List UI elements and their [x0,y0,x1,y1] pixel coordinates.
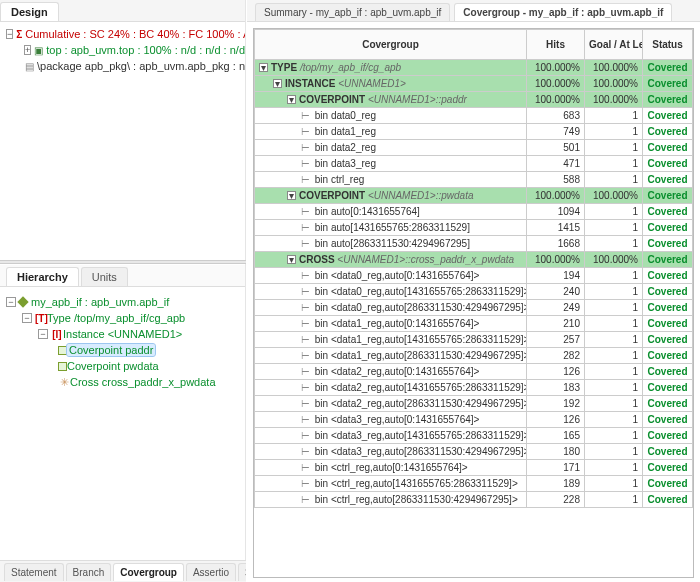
table-row[interactable]: ⊢ bin <data3_reg,auto[2863311530:4294967… [255,444,693,460]
tab-hierarchy[interactable]: Hierarchy [6,267,79,286]
design-tree: − Σ Cumulative : SC 24% : BC 40% : FC 10… [0,22,245,78]
table-row[interactable]: ⊢ bin <data0_reg,auto[2863311530:4294967… [255,300,693,316]
collapse-icon[interactable]: ▾ [273,79,282,88]
vertical-splitter[interactable] [0,260,246,264]
expander-icon[interactable]: − [6,29,13,39]
group-kind: TYPE [271,62,300,73]
cell-hits: 1415 [527,220,585,236]
tab-units[interactable]: Units [81,267,128,286]
tab-covergroup[interactable]: Covergroup [113,563,184,581]
table-row[interactable]: ⊢ bin <ctrl_reg,auto[2863311530:42949672… [255,492,693,508]
table-row[interactable]: ⊢ bin auto[2863311530:4294967295]16681Co… [255,236,693,252]
collapse-icon[interactable]: ▾ [287,191,296,200]
bin-label: bin <data1_reg,auto[0:1431655764]> [315,318,480,329]
table-row[interactable]: ▾CROSS <UNNAMED1>::cross_paddr_x_pwdata1… [255,252,693,268]
table-row[interactable]: ▾COVERPOINT <UNNAMED1>::paddr100.000%100… [255,92,693,108]
table-row[interactable]: ⊢ bin data1_reg7491Covered [255,124,693,140]
col-status[interactable]: Status [643,30,693,60]
hier-instance[interactable]: − [I] Instance <UNNAMED1> [6,326,245,342]
cell-name: ⊢ bin <data3_reg,auto[2863311530:4294967… [255,444,527,460]
expander-icon[interactable]: + [24,45,31,55]
table-row[interactable]: ⊢ bin ctrl_reg5881Covered [255,172,693,188]
group-path: /top/my_apb_if/cg_apb [300,62,401,73]
cell-name: ⊢ bin auto[2863311530:4294967295] [255,236,527,252]
cell-hits: 282 [527,348,585,364]
table-row[interactable]: ⊢ bin <data0_reg,auto[0:1431655764]>1941… [255,268,693,284]
cell-goal: 1 [585,428,643,444]
table-row[interactable]: ⊢ bin <data1_reg,auto[0:1431655764]>2101… [255,316,693,332]
cell-hits: 1668 [527,236,585,252]
hier-coverpoint-pwdata[interactable]: Coverpoint pwdata [6,358,245,374]
cell-status: Covered [643,140,693,156]
table-row[interactable]: ⊢ bin data2_reg5011Covered [255,140,693,156]
table-row[interactable]: ⊢ bin <data2_reg,auto[2863311530:4294967… [255,396,693,412]
expander-icon[interactable]: − [6,297,16,307]
tab-branch[interactable]: Branch [66,563,112,581]
leaf-icon: ⊢ [301,126,313,137]
expander-icon[interactable]: − [22,313,32,323]
table-row[interactable]: ⊢ bin <data2_reg,auto[1431655765:2863311… [255,380,693,396]
hier-cross-label: Cross cross_paddr_x_pwdata [70,376,216,388]
table-row[interactable]: ⊢ bin <ctrl_reg,auto[0:1431655764]>1711C… [255,460,693,476]
collapse-icon[interactable]: ▾ [287,255,296,264]
hier-coverpoint-paddr[interactable]: Coverpoint paddr [6,342,245,358]
cell-name: ⊢ bin auto[1431655765:2863311529] [255,220,527,236]
leaf-icon: ⊢ [301,302,313,313]
bin-label: bin <data1_reg,auto[2863311530:429496729… [315,350,527,361]
leaf-icon: ⊢ [301,206,313,217]
design-tree-top[interactable]: + ▣ top : apb_uvm.top : 100% : n/d : n/d… [6,42,245,58]
table-row[interactable]: ⊢ bin <data0_reg,auto[1431655765:2863311… [255,284,693,300]
table-row[interactable]: ⊢ bin data0_reg6831Covered [255,108,693,124]
table-row[interactable]: ⊢ bin <data1_reg,auto[2863311530:4294967… [255,348,693,364]
tab-overflow[interactable]: > [238,563,246,581]
cell-name: ▾COVERPOINT <UNNAMED1>::pwdata [255,188,527,204]
cell-goal: 1 [585,140,643,156]
cell-hits: 100.000% [527,76,585,92]
tab-assertion[interactable]: Assertio [186,563,236,581]
tab-design[interactable]: Design [0,2,59,21]
cell-status: Covered [643,172,693,188]
cell-name: ⊢ bin data1_reg [255,124,527,140]
tab-covergroup-detail[interactable]: Covergroup - my_apb_if : apb_uvm.apb_if [454,3,672,21]
coverage-table-wrap[interactable]: Covergroup Hits Goal / At Least Status ▾… [253,28,694,578]
cross-icon: ✳ [58,376,70,389]
hier-cp2-label: Coverpoint pwdata [67,360,159,372]
table-row[interactable]: ⊢ bin auto[1431655765:2863311529]14151Co… [255,220,693,236]
hier-type[interactable]: − [T] Type /top/my_apb_if/cg_apb [6,310,245,326]
hier-root[interactable]: − my_apb_if : apb_uvm.apb_if [6,294,245,310]
col-covergroup[interactable]: Covergroup [255,30,527,60]
cell-status: Covered [643,76,693,92]
cell-goal: 1 [585,396,643,412]
table-row[interactable]: ⊢ bin auto[0:1431655764]10941Covered [255,204,693,220]
cell-goal: 1 [585,156,643,172]
table-row[interactable]: ⊢ bin <ctrl_reg,auto[1431655765:28633115… [255,476,693,492]
tab-summary[interactable]: Summary - my_apb_if : apb_uvm.apb_if [255,3,450,21]
collapse-icon[interactable]: ▾ [287,95,296,104]
cell-name: ▾COVERPOINT <UNNAMED1>::paddr [255,92,527,108]
table-row[interactable]: ▾INSTANCE <UNNAMED1>100.000%100.000%Cove… [255,76,693,92]
col-hits[interactable]: Hits [527,30,585,60]
group-path: <UNNAMED1>::pwdata [368,190,474,201]
cell-status: Covered [643,364,693,380]
table-row[interactable]: ▾COVERPOINT <UNNAMED1>::pwdata100.000%10… [255,188,693,204]
cell-status: Covered [643,380,693,396]
table-row[interactable]: ⊢ bin <data1_reg,auto[1431655765:2863311… [255,332,693,348]
table-row[interactable]: ⊢ bin <data2_reg,auto[0:1431655764]>1261… [255,364,693,380]
cell-name: ▾TYPE /top/my_apb_if/cg_apb [255,60,527,76]
cell-status: Covered [643,156,693,172]
collapse-icon[interactable]: ▾ [259,63,268,72]
tab-statement[interactable]: Statement [4,563,64,581]
design-tree-root[interactable]: − Σ Cumulative : SC 24% : BC 40% : FC 10… [6,26,245,42]
cell-goal: 1 [585,300,643,316]
design-tree-pkg[interactable]: ▤ \package apb_pkg\ : apb_uvm.apb_pkg : … [6,58,245,74]
table-row[interactable]: ▾TYPE /top/my_apb_if/cg_apb100.000%100.0… [255,60,693,76]
table-row[interactable]: ⊢ bin data3_reg4711Covered [255,156,693,172]
expander-icon[interactable]: − [38,329,48,339]
leaf-icon: ⊢ [301,366,313,377]
table-row[interactable]: ⊢ bin <data3_reg,auto[1431655765:2863311… [255,428,693,444]
cell-name: ⊢ bin data3_reg [255,156,527,172]
cell-status: Covered [643,316,693,332]
hier-cross[interactable]: ✳ Cross cross_paddr_x_pwdata [6,374,245,390]
table-row[interactable]: ⊢ bin <data3_reg,auto[0:1431655764]>1261… [255,412,693,428]
col-goal[interactable]: Goal / At Least [585,30,643,60]
